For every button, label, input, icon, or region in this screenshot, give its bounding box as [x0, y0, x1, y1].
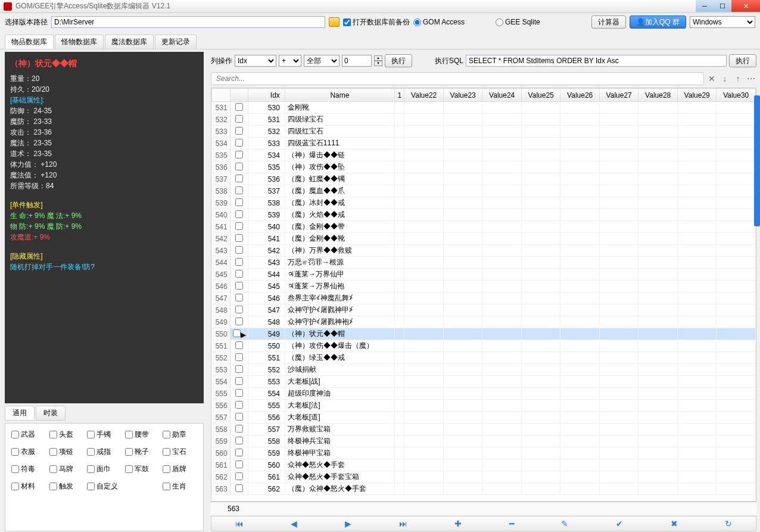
table-row[interactable]: 562561众神◆怒火◆手套宝箱: [212, 471, 756, 483]
nav-add-icon[interactable]: ✚: [445, 519, 471, 528]
browse-folder-icon[interactable]: [329, 17, 339, 27]
search-close-icon[interactable]: ✕: [706, 73, 717, 84]
tab-items[interactable]: 物品数据库: [5, 35, 54, 49]
filter-18[interactable]: [125, 481, 160, 491]
table-row[interactable]: 558557万界救赎宝箱: [212, 424, 756, 435]
col-header[interactable]: 1: [395, 89, 404, 102]
filter-15[interactable]: 材料: [11, 481, 46, 491]
table-row[interactable]: 550▶549（神）状元◆◆帽: [212, 328, 756, 340]
table-row[interactable]: 538537（魔）魔血◆◆爪: [212, 185, 756, 197]
filter-3[interactable]: 腰带: [125, 430, 160, 440]
nav-commit-icon[interactable]: ✔: [606, 519, 633, 528]
filter-2[interactable]: 手镯: [87, 430, 122, 440]
table-row[interactable]: 554553大老板[战]: [212, 376, 756, 388]
tab-changelog[interactable]: 更新记录: [155, 35, 197, 49]
sql-input[interactable]: [466, 55, 727, 67]
value-input[interactable]: [342, 55, 372, 67]
col-header[interactable]: Value25: [521, 89, 560, 102]
table-row[interactable]: 537536（魔）虹魔◆◆镯: [212, 173, 756, 185]
nav-last-icon[interactable]: ⏭: [390, 519, 417, 528]
tab-monsters[interactable]: 怪物数据库: [55, 35, 104, 49]
table-row[interactable]: 559558终极神兵宝箱: [212, 435, 756, 447]
table-row[interactable]: 534533四级蓝宝石1111: [212, 138, 756, 150]
col-header[interactable]: [230, 89, 248, 102]
table-row[interactable]: 535534（神）爆击◆◆链: [212, 150, 756, 161]
nav-next-icon[interactable]: ▶: [335, 519, 361, 528]
filter-8[interactable]: 靴子: [125, 447, 160, 457]
subtab-fashion[interactable]: 时装: [36, 406, 66, 421]
exec-colop-button[interactable]: 执行: [385, 54, 412, 67]
table-row[interactable]: 563562（魔）众神◆怒火◆手套: [212, 483, 756, 495]
scope-select[interactable]: 全部: [304, 55, 339, 67]
table-row[interactable]: 552551（魔）绿玉◆◆戒: [212, 352, 756, 364]
table-row[interactable]: 546545♃蓬莱→万界仙袍: [212, 281, 756, 293]
col-header[interactable]: Idx: [248, 89, 285, 102]
search-up-icon[interactable]: ↑: [733, 73, 743, 84]
search-input[interactable]: [211, 72, 704, 85]
table-row[interactable]: 555554超级印度神油: [212, 388, 756, 400]
table-row[interactable]: 541540（魔）金刚◆◆带: [212, 221, 756, 233]
table-row[interactable]: 539538（魔）冰封◆◆戒: [212, 197, 756, 209]
filter-14[interactable]: 盾牌: [163, 464, 197, 474]
table-row[interactable]: 536535（神）攻伤◆◆坠: [212, 161, 756, 173]
exec-sql-button[interactable]: 执行: [729, 54, 756, 67]
calculator-button[interactable]: 计算器: [591, 15, 626, 29]
col-header[interactable]: Value27: [599, 89, 638, 102]
filter-5[interactable]: 衣服: [11, 447, 46, 457]
table-row[interactable]: 533532四级红宝石: [212, 126, 756, 138]
data-grid[interactable]: IdxName1Value22Value23Value24Value25Valu…: [211, 88, 756, 502]
col-header[interactable]: Value26: [560, 89, 600, 102]
filter-13[interactable]: 军鼓: [125, 464, 160, 474]
col-header[interactable]: Value28: [638, 89, 678, 102]
col-header[interactable]: [212, 89, 231, 102]
nav-first-icon[interactable]: ⏮: [226, 519, 253, 528]
op-select[interactable]: +: [279, 55, 301, 67]
filter-17[interactable]: 自定义: [87, 481, 122, 491]
col-header[interactable]: Value24: [482, 89, 522, 102]
table-row[interactable]: 560559终极神甲宝箱: [212, 447, 756, 459]
table-row[interactable]: 547546叁界主宰≮神魔乱舞≯: [212, 293, 756, 304]
maximize-button[interactable]: ☐: [714, 0, 731, 12]
filter-9[interactable]: 宝石: [163, 447, 197, 457]
table-row[interactable]: 544543万恶≌罚罪→根源: [212, 257, 756, 269]
nav-refresh-icon[interactable]: ↻: [715, 519, 742, 528]
col-header[interactable]: Value30: [717, 89, 756, 102]
column-select[interactable]: Idx: [235, 55, 276, 67]
table-row[interactable]: 553552沙城捐献: [212, 364, 756, 376]
os-select[interactable]: Windows: [690, 16, 755, 28]
col-header[interactable]: Value29: [677, 89, 717, 102]
col-header[interactable]: Value22: [404, 89, 444, 102]
nav-edit-icon[interactable]: ✎: [552, 519, 578, 528]
nav-prev-icon[interactable]: ◀: [281, 519, 307, 528]
filter-19[interactable]: 生肖: [163, 481, 197, 491]
nav-delete-icon[interactable]: ━: [500, 519, 524, 528]
close-button[interactable]: ✕: [731, 0, 760, 12]
filter-7[interactable]: 戒指: [87, 447, 122, 457]
table-row[interactable]: 545544♃蓬莱→万界仙甲: [212, 269, 756, 281]
scrollbar-thumb[interactable]: [754, 95, 760, 226]
filter-4[interactable]: 勋章: [163, 430, 197, 440]
table-row[interactable]: 531530金刚靴: [212, 102, 756, 114]
minimize-button[interactable]: ─: [696, 0, 714, 12]
table-row[interactable]: 532531四级绿宝石: [212, 114, 756, 126]
path-input[interactable]: [51, 16, 325, 28]
table-row[interactable]: 540539（魔）火焰◆◆戒: [212, 209, 756, 221]
table-row[interactable]: 557556大老板[道]: [212, 412, 756, 424]
backup-checkbox[interactable]: 打开数据库前备份: [343, 17, 410, 27]
gee-radio[interactable]: GEE Sqlite: [496, 18, 540, 26]
filter-10[interactable]: 符毒: [11, 464, 46, 474]
filter-6[interactable]: 项链: [49, 447, 84, 457]
table-row[interactable]: 556555大老板[法]: [212, 400, 756, 412]
qq-group-button[interactable]: 👤 加入QQ 群: [630, 15, 686, 29]
filter-1[interactable]: 头盔: [49, 430, 84, 440]
table-row[interactable]: 551550（神）攻伤◆◆爆击（魔）: [212, 340, 756, 352]
table-row[interactable]: 548547众神守护≮屠戮神甲≯: [212, 304, 756, 316]
table-row[interactable]: 542541（魔）金刚◆◆靴: [212, 233, 756, 245]
col-header[interactable]: Name: [285, 89, 394, 102]
search-more-icon[interactable]: ⋯: [746, 73, 756, 84]
table-row[interactable]: 543542（神）万界◆◆救赎: [212, 245, 756, 257]
filter-16[interactable]: 触发: [49, 481, 84, 491]
filter-11[interactable]: 马牌: [49, 464, 84, 474]
col-header[interactable]: Value23: [443, 89, 482, 102]
filter-12[interactable]: 面巾: [87, 464, 122, 474]
